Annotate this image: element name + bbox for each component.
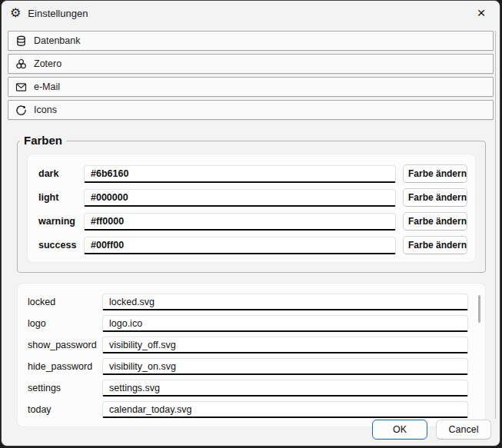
icon-file-input-today[interactable] bbox=[102, 401, 468, 418]
color-input-warning[interactable] bbox=[84, 213, 396, 231]
icon-file-label-hide-password: hide_password bbox=[26, 361, 97, 372]
window-title: Einstellungen bbox=[28, 8, 88, 19]
icon-file-input-hide-password[interactable] bbox=[102, 358, 468, 375]
farben-card: dark Farbe ändern light Farbe ändern war… bbox=[27, 154, 476, 263]
gear-icon: ⚙ bbox=[10, 7, 21, 19]
change-color-button-dark[interactable]: Farbe ändern bbox=[403, 164, 467, 183]
farben-groupbox: Farben dark Farbe ändern light Farbe änd… bbox=[17, 141, 486, 273]
icon-file-input-locked[interactable] bbox=[102, 294, 468, 310]
dialog-footer: OK Cancel bbox=[372, 420, 491, 440]
color-input-light[interactable] bbox=[84, 189, 396, 207]
ok-button[interactable]: OK bbox=[372, 420, 427, 440]
color-label-success: success bbox=[35, 240, 77, 251]
section-header-email[interactable]: e-Mail bbox=[8, 77, 494, 97]
section-label-email: e-Mail bbox=[34, 81, 60, 92]
change-color-button-light[interactable]: Farbe ändern bbox=[403, 188, 467, 207]
icon-file-row-logo: logo bbox=[26, 315, 468, 332]
cancel-button[interactable]: Cancel bbox=[436, 420, 491, 440]
loop-icon bbox=[15, 105, 27, 116]
zotero-icon bbox=[15, 58, 27, 70]
color-label-light: light bbox=[35, 192, 77, 203]
scroll-area-edge bbox=[495, 31, 496, 419]
icon-file-label-today: today bbox=[26, 404, 97, 415]
color-label-warning: warning bbox=[35, 216, 77, 227]
mail-icon bbox=[15, 81, 27, 93]
icon-file-label-logo: logo bbox=[26, 318, 97, 329]
icon-file-label-locked: locked bbox=[26, 297, 97, 307]
section-label-zotero: Zotero bbox=[34, 58, 62, 69]
icon-file-row-settings: settings bbox=[26, 380, 468, 397]
icon-list-scrollbar[interactable] bbox=[478, 295, 480, 323]
icon-file-label-settings: settings bbox=[26, 383, 97, 393]
color-input-success[interactable] bbox=[84, 237, 396, 254]
database-icon bbox=[15, 35, 27, 47]
settings-toolbox: Datenbank Zotero e-Mail bbox=[2, 31, 500, 120]
section-header-datenbank[interactable]: Datenbank bbox=[8, 31, 494, 51]
icon-file-input-logo[interactable] bbox=[102, 315, 468, 332]
icon-file-input-show-password[interactable] bbox=[102, 337, 468, 353]
close-icon: × bbox=[477, 5, 485, 22]
change-color-button-success[interactable]: Farbe ändern bbox=[403, 236, 467, 254]
section-label-datenbank: Datenbank bbox=[34, 35, 80, 46]
icon-file-row-hide-password: hide_password bbox=[26, 358, 468, 375]
section-header-zotero[interactable]: Zotero bbox=[8, 54, 494, 74]
change-color-button-warning[interactable]: Farbe ändern bbox=[403, 212, 467, 231]
section-header-icons[interactable]: Icons bbox=[8, 100, 494, 120]
icon-file-label-show-password: show_password bbox=[26, 340, 97, 350]
color-row-warning: warning Farbe ändern bbox=[35, 212, 467, 230]
farben-group-title: Farben bbox=[20, 134, 66, 147]
section-label-icons: Icons bbox=[34, 105, 57, 115]
icon-file-row-show-password: show_password bbox=[26, 337, 468, 353]
icon-file-row-today: today bbox=[26, 401, 468, 418]
color-label-dark: dark bbox=[35, 168, 77, 179]
settings-dialog: ⚙ Einstellungen × Datenbank bbox=[1, 0, 500, 446]
icon-files-card: locked logo show_password hide_password … bbox=[17, 283, 486, 427]
color-row-dark: dark Farbe ändern bbox=[35, 164, 467, 182]
color-row-success: success Farbe ändern bbox=[35, 236, 467, 254]
title-bar: ⚙ Einstellungen × bbox=[2, 1, 500, 25]
close-button[interactable]: × bbox=[466, 2, 497, 25]
icon-file-input-settings[interactable] bbox=[102, 380, 468, 397]
icon-file-row-locked: locked bbox=[26, 294, 468, 310]
color-row-light: light Farbe ändern bbox=[35, 188, 467, 206]
color-input-dark[interactable] bbox=[84, 165, 396, 183]
